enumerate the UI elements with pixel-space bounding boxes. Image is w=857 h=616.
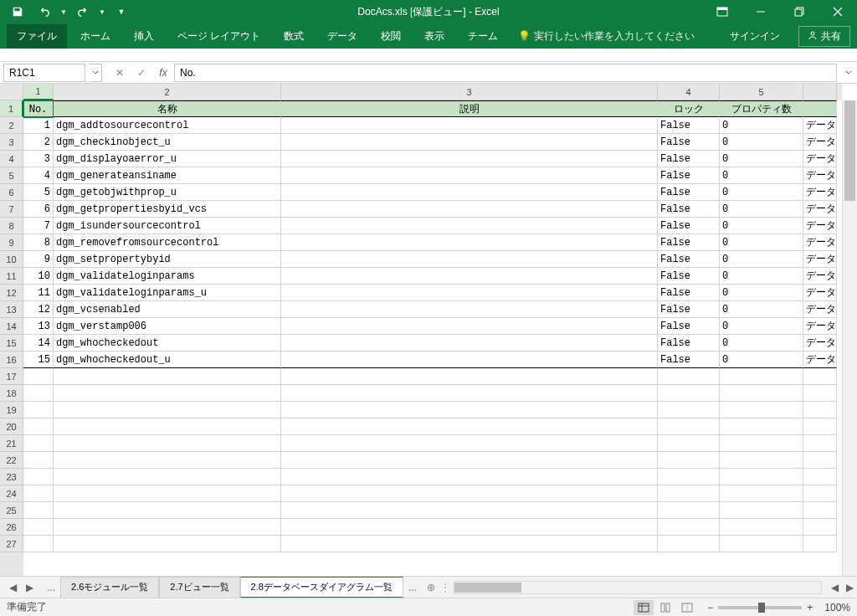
- cell[interactable]: [54, 536, 281, 552]
- cell[interactable]: False: [658, 301, 720, 318]
- cell[interactable]: False: [658, 167, 720, 184]
- cell[interactable]: dgm_verstamp006: [54, 318, 281, 335]
- column-header-[interactable]: [803, 84, 837, 100]
- cell[interactable]: データ: [803, 117, 837, 134]
- cell[interactable]: [281, 519, 658, 536]
- cell[interactable]: [23, 452, 54, 469]
- row-header-17[interactable]: 17: [0, 368, 23, 385]
- cell[interactable]: dgm_getobjwithprop_u: [54, 184, 281, 201]
- tab-review[interactable]: 校閲: [371, 24, 411, 49]
- cell[interactable]: [54, 435, 281, 452]
- zoom-in[interactable]: +: [807, 602, 813, 613]
- row-header-11[interactable]: 11: [0, 268, 23, 285]
- select-all-corner[interactable]: [0, 84, 23, 100]
- cell[interactable]: 3: [23, 151, 54, 167]
- horizontal-scroll-thumb[interactable]: [454, 583, 521, 593]
- row-header-5[interactable]: 5: [0, 167, 23, 184]
- cell[interactable]: 名称: [54, 100, 281, 117]
- cell[interactable]: 15: [23, 352, 54, 368]
- cell[interactable]: [281, 167, 658, 184]
- cell[interactable]: [803, 100, 837, 117]
- cell[interactable]: [281, 402, 658, 418]
- cell[interactable]: [281, 435, 658, 452]
- cell[interactable]: [720, 536, 803, 552]
- cell[interactable]: [23, 485, 54, 502]
- hscroll-left[interactable]: ◀: [827, 579, 842, 596]
- cell[interactable]: データ: [803, 268, 837, 285]
- cell[interactable]: [720, 469, 803, 485]
- view-page-break[interactable]: [677, 600, 697, 615]
- tab-insert[interactable]: 挿入: [124, 24, 164, 49]
- row-header-15[interactable]: 15: [0, 335, 23, 352]
- cell[interactable]: [720, 435, 803, 452]
- cell[interactable]: 1: [23, 117, 54, 134]
- cell[interactable]: [54, 485, 281, 502]
- cell[interactable]: False: [658, 151, 720, 167]
- cell[interactable]: [54, 469, 281, 485]
- undo-dropdown[interactable]: ▼: [59, 2, 69, 22]
- cell[interactable]: dgm_removefromsourcecontrol: [54, 234, 281, 251]
- tab-formulas[interactable]: 数式: [274, 24, 314, 49]
- cell[interactable]: [803, 485, 837, 502]
- ribbon-display-options[interactable]: [703, 0, 742, 23]
- row-header-7[interactable]: 7: [0, 201, 23, 218]
- cell[interactable]: [281, 385, 658, 402]
- cell[interactable]: [54, 519, 281, 536]
- cell[interactable]: [281, 335, 658, 352]
- cell[interactable]: [658, 435, 720, 452]
- cell[interactable]: 11: [23, 285, 54, 301]
- cell[interactable]: 0: [720, 251, 803, 268]
- cell[interactable]: ロック: [658, 100, 720, 117]
- zoom-out[interactable]: −: [707, 602, 713, 613]
- sheet-tab[interactable]: 2.6モジュール一覧: [60, 577, 159, 598]
- cell[interactable]: dgm_displayoaerror_u: [54, 151, 281, 167]
- cell[interactable]: [803, 452, 837, 469]
- name-box-dropdown[interactable]: [89, 64, 102, 82]
- formula-bar-expand[interactable]: [840, 69, 857, 77]
- formula-input[interactable]: No.: [174, 64, 837, 82]
- save-button[interactable]: [5, 2, 30, 22]
- cell[interactable]: データ: [803, 352, 837, 368]
- tab-home[interactable]: ホーム: [70, 24, 121, 49]
- cell[interactable]: 9: [23, 251, 54, 268]
- cell[interactable]: 0: [720, 184, 803, 201]
- cell[interactable]: [658, 502, 720, 519]
- cell[interactable]: dgm_vcsenabled: [54, 301, 281, 318]
- row-header-22[interactable]: 22: [0, 452, 23, 469]
- cell[interactable]: [54, 418, 281, 435]
- cell[interactable]: [281, 318, 658, 335]
- cell[interactable]: 0: [720, 301, 803, 318]
- row-header-24[interactable]: 24: [0, 485, 23, 502]
- cell[interactable]: [720, 519, 803, 536]
- cell[interactable]: dgm_isundersourcecontrol: [54, 218, 281, 234]
- cell[interactable]: [23, 418, 54, 435]
- cell[interactable]: [23, 385, 54, 402]
- sheet-ellipsis-left[interactable]: ...: [42, 582, 60, 593]
- cell[interactable]: 2: [23, 134, 54, 151]
- cell[interactable]: [23, 502, 54, 519]
- cell[interactable]: dgm_validateloginparams_u: [54, 285, 281, 301]
- cancel-button[interactable]: ✕: [109, 64, 131, 82]
- cell[interactable]: 0: [720, 318, 803, 335]
- cell[interactable]: 0: [720, 218, 803, 234]
- cell[interactable]: データ: [803, 318, 837, 335]
- restore-button[interactable]: [780, 0, 819, 23]
- cell[interactable]: [803, 368, 837, 385]
- cell[interactable]: [281, 201, 658, 218]
- hscroll-right[interactable]: ▶: [842, 579, 857, 596]
- view-normal[interactable]: [634, 600, 654, 615]
- cell[interactable]: [720, 418, 803, 435]
- row-header-2[interactable]: 2: [0, 117, 23, 134]
- row-header-6[interactable]: 6: [0, 184, 23, 201]
- cell[interactable]: 0: [720, 134, 803, 151]
- close-button[interactable]: [819, 0, 857, 23]
- cell[interactable]: [23, 536, 54, 552]
- cell[interactable]: データ: [803, 167, 837, 184]
- zoom-level[interactable]: 100%: [824, 602, 850, 613]
- cell[interactable]: データ: [803, 151, 837, 167]
- cell[interactable]: [23, 402, 54, 418]
- cell[interactable]: [720, 502, 803, 519]
- cell[interactable]: データ: [803, 301, 837, 318]
- cell[interactable]: False: [658, 268, 720, 285]
- cell[interactable]: データ: [803, 335, 837, 352]
